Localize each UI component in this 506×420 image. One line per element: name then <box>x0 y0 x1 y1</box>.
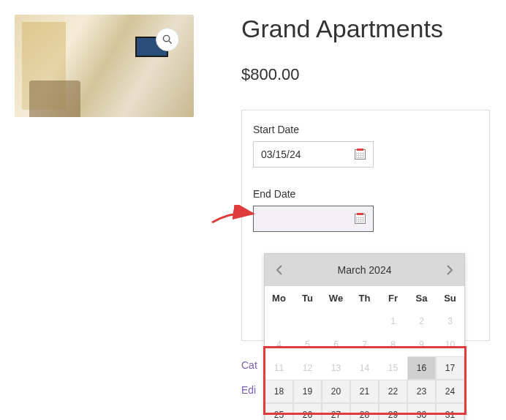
calendar-day-enabled[interactable]: 20 <box>322 380 350 403</box>
calendar-icon <box>355 149 366 160</box>
weekday-header: Tu <box>293 286 322 310</box>
product-price: $800.00 <box>241 65 491 84</box>
calendar-day-disabled: 4 <box>265 333 293 356</box>
calendar-header: March 2024 <box>265 254 464 286</box>
weekday-header: Mo <box>265 286 293 310</box>
magnifier-icon <box>162 34 173 45</box>
calendar-day-enabled[interactable]: 28 <box>350 403 379 420</box>
calendar-day-disabled: 12 <box>293 356 322 380</box>
prev-month-button[interactable] <box>269 260 290 280</box>
calendar-day-disabled <box>350 310 379 333</box>
calendar-day-disabled <box>265 310 293 333</box>
calendar-day-enabled[interactable]: 18 <box>265 380 293 403</box>
weekday-header: We <box>322 286 350 310</box>
calendar-day-enabled[interactable]: 23 <box>407 380 436 403</box>
calendar-day-disabled: 6 <box>322 333 350 356</box>
calendar-day-enabled[interactable]: 21 <box>350 380 379 403</box>
calendar-icon <box>355 214 366 224</box>
calendar-day-enabled[interactable]: 22 <box>379 380 407 403</box>
calendar-day-disabled <box>293 310 322 333</box>
svg-point-0 <box>163 35 169 41</box>
calendar-day-enabled[interactable]: 25 <box>265 403 293 420</box>
end-date-input[interactable] <box>253 206 374 232</box>
edit-link[interactable]: Edi <box>241 384 256 396</box>
calendar-month-title: March 2024 <box>338 264 392 276</box>
calendar-day-disabled: 2 <box>407 310 436 333</box>
weekday-header: Fr <box>379 286 407 310</box>
start-date-value: 03/15/24 <box>261 149 301 160</box>
calendar-day-enabled[interactable]: 16 <box>407 356 436 380</box>
datepicker-popup: March 2024 MoTuWeThFrSaSu123456789101112… <box>264 253 465 420</box>
weekday-header: Th <box>350 286 379 310</box>
calendar-day-disabled: 15 <box>379 356 407 380</box>
calendar-day-disabled: 3 <box>436 310 464 333</box>
calendar-day-disabled: 10 <box>436 333 464 356</box>
product-title: Grand Apartments <box>241 15 491 43</box>
calendar-day-enabled[interactable]: 30 <box>407 403 436 420</box>
calendar-day-enabled[interactable]: 29 <box>379 403 407 420</box>
calendar-day-disabled: 9 <box>407 333 436 356</box>
calendar-day-enabled[interactable]: 17 <box>436 356 464 380</box>
calendar-day-disabled: 14 <box>350 356 379 380</box>
calendar-day-disabled: 11 <box>265 356 293 380</box>
svg-line-1 <box>169 41 172 44</box>
weekday-header: Su <box>436 286 464 310</box>
calendar-day-disabled: 13 <box>322 356 350 380</box>
calendar-day-enabled[interactable]: 27 <box>322 403 350 420</box>
start-date-input[interactable]: 03/15/24 <box>253 141 374 168</box>
calendar-day-disabled: 8 <box>379 333 407 356</box>
chevron-right-icon <box>446 265 453 275</box>
product-image[interactable] <box>15 15 194 117</box>
chevron-left-icon <box>276 265 283 275</box>
next-month-button[interactable] <box>439 260 460 280</box>
start-date-label: Start Date <box>253 124 478 135</box>
calendar-day-enabled[interactable]: 26 <box>293 403 322 420</box>
end-date-label: End Date <box>253 188 478 200</box>
weekday-header: Sa <box>407 286 436 310</box>
calendar-day-disabled: 7 <box>350 333 379 356</box>
category-link[interactable]: Cat <box>241 359 257 371</box>
calendar-day-disabled <box>322 310 350 333</box>
calendar-day-enabled[interactable]: 24 <box>436 380 464 403</box>
calendar-day-enabled[interactable]: 31 <box>436 403 464 420</box>
zoom-button[interactable] <box>156 28 179 51</box>
calendar-day-disabled: 5 <box>293 333 322 356</box>
calendar-day-enabled[interactable]: 19 <box>293 380 322 403</box>
calendar-day-disabled: 1 <box>379 310 407 333</box>
